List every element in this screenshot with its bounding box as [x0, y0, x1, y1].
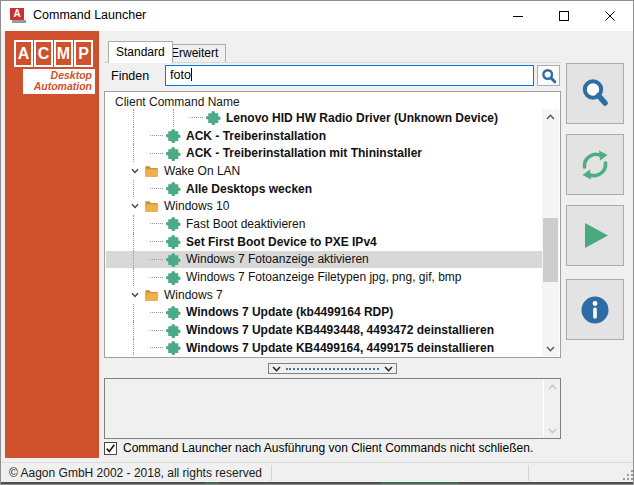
tree-connector — [150, 181, 163, 189]
app-icon: A — [10, 8, 26, 24]
tree-connector — [150, 340, 163, 348]
tree-connector — [150, 146, 163, 154]
tree-command-row[interactable]: Windows 7 Update KB4499164, 4499175 dein… — [106, 339, 542, 356]
keep-open-option[interactable]: Command Launcher nach Ausführung von Cli… — [104, 441, 533, 455]
folder-icon — [144, 287, 159, 302]
search-input[interactable]: foto — [165, 65, 534, 86]
puzzle-icon — [166, 340, 181, 355]
puzzle-icon — [166, 252, 181, 267]
puzzle-icon — [166, 146, 181, 161]
puzzle-icon — [166, 323, 181, 338]
refresh-action-button[interactable] — [566, 134, 624, 195]
minimize-button[interactable] — [495, 1, 541, 30]
tree-connector — [150, 305, 163, 313]
statusbar-divider — [528, 465, 529, 481]
play-icon — [577, 218, 613, 254]
find-label: Finden — [111, 69, 149, 83]
tree-command-row[interactable]: ACK - Treiberinstallation — [106, 127, 542, 145]
tree-command-row[interactable]: Alle Desktops wecken — [106, 180, 542, 198]
info-icon — [577, 292, 613, 328]
chevron-down-icon — [272, 366, 281, 372]
acmp-sidebar: A C M P Desktop Automation — [5, 31, 99, 458]
search-action-button[interactable] — [566, 63, 624, 124]
tree-guide-line — [133, 321, 134, 339]
chevron-down-icon[interactable] — [130, 201, 141, 211]
tree-guide-line — [173, 109, 174, 127]
tree-item-label: Windows 7 Fotoanzeige aktivieren — [186, 252, 369, 266]
acmp-logo: A C M P — [14, 40, 99, 67]
scroll-up-icon[interactable] — [544, 379, 560, 394]
close-icon — [604, 10, 616, 22]
puzzle-icon — [166, 181, 181, 196]
description-panel — [104, 378, 561, 439]
tree-connector — [150, 270, 163, 278]
scroll-down-icon[interactable] — [544, 423, 560, 438]
tree-guide-line — [133, 339, 134, 356]
keep-open-checkbox[interactable] — [104, 442, 117, 455]
tree-item-label: Lenovo HID HW Radio Driver (Unknown Devi… — [226, 111, 498, 125]
tree-guide-line — [133, 304, 134, 322]
close-button[interactable] — [587, 1, 633, 30]
tree-item-label: Windows 7 Update KB4499164, 4499175 dein… — [186, 341, 494, 355]
tree-item-label: Windows 7 — [164, 288, 223, 302]
folder-icon — [144, 163, 159, 178]
chevron-down-icon — [384, 366, 393, 372]
tree-item-label: ACK - Treiberinstallation — [186, 129, 326, 143]
info-action-button[interactable] — [566, 279, 624, 340]
splitter-dotted-line — [286, 368, 379, 370]
maximize-button[interactable] — [541, 1, 587, 30]
tree-command-row[interactable]: Windows 7 Fotoanzeige aktivieren — [106, 251, 542, 269]
tree-item-label: ACK - Treiberinstallation mit Thininstal… — [186, 146, 422, 160]
tree-folder-row[interactable]: Windows 10 — [106, 197, 542, 215]
scrollbar-thumb[interactable] — [543, 218, 558, 282]
tree-connector — [150, 252, 163, 260]
command-launcher-window: A Command Launcher A C M P Desktop Autom… — [0, 0, 634, 485]
puzzle-icon — [206, 110, 221, 125]
tree-connector — [150, 234, 163, 242]
tab-standard[interactable]: Standard — [108, 41, 173, 63]
checkmark-icon — [105, 443, 116, 454]
statusbar: © Aagon GmbH 2002 - 2018, all rights res… — [1, 462, 634, 482]
folder-icon — [144, 199, 159, 214]
tree-item-label: Windows 7 Fotoanzeige Filetypen jpg, png… — [186, 270, 461, 284]
tree-command-row[interactable]: Windows 7 Fotoanzeige Filetypen jpg, png… — [106, 268, 542, 286]
tree-folder-row[interactable]: Windows 7 — [106, 286, 542, 304]
copyright-text: © Aagon GmbH 2002 - 2018, all rights res… — [9, 466, 262, 480]
description-scrollbar[interactable] — [543, 379, 560, 438]
tree-command-row[interactable]: ACK - Treiberinstallation mit Thininstal… — [106, 144, 542, 162]
resize-grip[interactable] — [623, 470, 633, 480]
tree-item-label: Set First Boot Device to PXE IPv4 — [186, 235, 377, 249]
puzzle-icon — [166, 305, 181, 320]
tree-folder-row[interactable]: Wake On LAN — [106, 162, 542, 180]
tree-connector — [150, 323, 163, 331]
tree-scrollbar[interactable] — [542, 109, 559, 356]
logo-letter: A — [14, 40, 33, 67]
chevron-down-icon[interactable] — [130, 166, 141, 176]
window-title: Command Launcher — [33, 8, 146, 22]
chevron-down-icon[interactable] — [130, 290, 141, 300]
tree-connector — [150, 128, 163, 136]
run-action-button[interactable] — [566, 205, 624, 266]
titlebar: A Command Launcher — [1, 1, 633, 31]
tree-guide-line — [133, 251, 134, 269]
tree-item-label: Wake On LAN — [164, 164, 240, 178]
tree-command-row[interactable]: Windows 7 Update KB4493448, 4493472 dein… — [106, 321, 542, 339]
tree-command-row[interactable]: Set First Boot Device to PXE IPv4 — [106, 233, 542, 251]
tree-rows: Lenovo HID HW Radio Driver (Unknown Devi… — [106, 109, 542, 356]
tree-command-row[interactable]: Lenovo HID HW Radio Driver (Unknown Devi… — [106, 109, 542, 127]
tree-item-label: Windows 7 Update (kb4499164 RDP) — [186, 305, 393, 319]
tree-item-label: Fast Boot deaktivieren — [186, 217, 305, 231]
collapse-splitter-button[interactable] — [268, 363, 397, 374]
scroll-down-icon[interactable] — [542, 341, 559, 356]
tree-command-row[interactable]: Windows 7 Update (kb4499164 RDP) — [106, 304, 542, 322]
tree-command-row[interactable]: Fast Boot deaktivieren — [106, 215, 542, 233]
search-field-button[interactable] — [537, 65, 560, 86]
tree-guide-line — [133, 215, 134, 233]
puzzle-icon — [166, 128, 181, 143]
logo-letter: P — [74, 40, 93, 67]
scroll-up-icon[interactable] — [542, 109, 559, 124]
tree-item-label: Alle Desktops wecken — [186, 182, 312, 196]
text-caret — [191, 68, 192, 81]
statusbar-divider — [271, 465, 272, 481]
magnifier-icon — [577, 76, 613, 112]
